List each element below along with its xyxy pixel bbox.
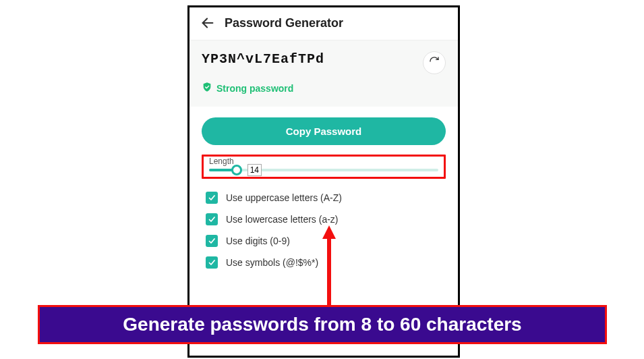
option-symbols[interactable]: Use symbols (@!$%*)	[206, 252, 446, 273]
password-strength-label: Strong password	[216, 83, 293, 94]
refresh-icon	[429, 56, 440, 70]
titlebar: Password Generator	[189, 7, 458, 40]
option-label: Use uppercase letters (A-Z)	[226, 192, 342, 203]
page-title: Password Generator	[225, 16, 343, 30]
checkbox-checked-icon[interactable]	[206, 213, 218, 225]
annotation-caption-bar: Generate passwords from 8 to 60 characte…	[38, 305, 607, 344]
length-slider[interactable]: 14	[209, 169, 438, 171]
option-lowercase[interactable]: Use lowercase letters (a-z)	[206, 209, 446, 230]
copy-password-button[interactable]: Copy Password	[202, 117, 446, 145]
password-display-section: YP3N^vL7EafTPd Strong password	[189, 40, 458, 107]
length-label: Length	[209, 157, 438, 166]
checkbox-checked-icon[interactable]	[206, 256, 218, 269]
back-arrow-icon[interactable]	[200, 16, 215, 30]
option-digits[interactable]: Use digits (0-9)	[206, 230, 446, 252]
length-value: 14	[247, 164, 262, 176]
annotation-caption: Generate passwords from 8 to 60 characte…	[123, 314, 521, 335]
option-label: Use digits (0-9)	[226, 236, 290, 246]
options-list: Use uppercase letters (A-Z) Use lowercas…	[202, 187, 446, 273]
checkbox-checked-icon[interactable]	[206, 192, 218, 204]
option-label: Use symbols (@!$%*)	[226, 257, 318, 268]
option-uppercase[interactable]: Use uppercase letters (A-Z)	[206, 187, 446, 209]
generated-password: YP3N^vL7EafTPd	[202, 51, 324, 67]
regenerate-button[interactable]	[423, 51, 446, 74]
checkbox-checked-icon[interactable]	[206, 235, 218, 247]
slider-thumb[interactable]	[231, 165, 242, 175]
slider-track	[209, 169, 438, 171]
password-strength-badge: Strong password	[202, 82, 324, 94]
option-label: Use lowercase letters (a-z)	[226, 214, 339, 225]
length-control-highlight: Length 14	[202, 155, 446, 179]
shield-check-icon	[202, 82, 212, 94]
